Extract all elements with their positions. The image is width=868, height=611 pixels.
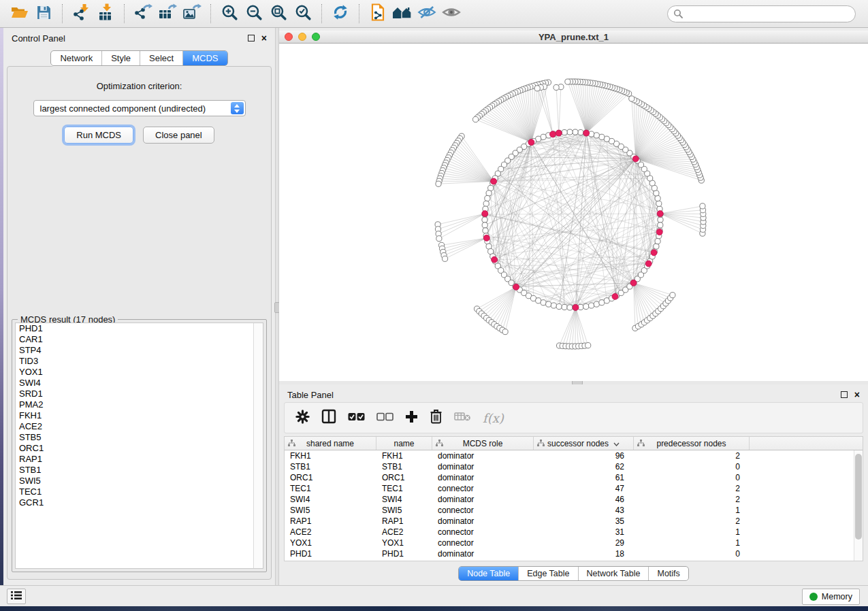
apply-preferred-layout-button[interactable]	[328, 2, 353, 25]
open-session-button[interactable]	[7, 2, 31, 25]
optimization-criterion-select[interactable]: largest connected component (undirected)	[33, 100, 246, 116]
table-row[interactable]: ACE2ACE2connector311	[285, 527, 854, 538]
network-canvas[interactable]	[279, 44, 868, 381]
mcds-result-item[interactable]: SRD1	[16, 389, 263, 399]
table-cell: 2	[634, 483, 750, 494]
toolbar-separator	[124, 4, 125, 23]
mcds-result-item[interactable]: GCR1	[16, 497, 263, 508]
mcds-result-item[interactable]: ACE2	[16, 421, 263, 432]
run-mcds-button[interactable]: Run MCDS	[64, 127, 133, 144]
column-header-name[interactable]: name	[376, 437, 432, 450]
mcds-result-item[interactable]: STP4	[16, 345, 263, 356]
mcds-result-item[interactable]: FKH1	[16, 410, 263, 421]
table-scrollbar[interactable]	[854, 450, 863, 561]
export-image-button[interactable]	[180, 2, 204, 25]
deselect-all-button[interactable]	[376, 412, 393, 424]
table-cell: 31	[534, 527, 634, 538]
float-panel-icon[interactable]	[841, 391, 848, 398]
zoom-in-button[interactable]	[217, 2, 242, 25]
table-scrollbar-thumb[interactable]	[855, 454, 862, 540]
tab-motifs[interactable]: Motifs	[648, 567, 688, 580]
mcds-result-item[interactable]: TID3	[16, 356, 263, 367]
table-cell: RAP1	[285, 516, 376, 527]
mcds-result-item[interactable]: YOX1	[16, 367, 263, 378]
table-row[interactable]: SWI5SWI5connector431	[285, 505, 854, 516]
table-cell: RAP1	[376, 516, 432, 527]
import-network-from-file-button[interactable]	[69, 2, 93, 25]
search-field-wrap	[667, 5, 856, 22]
table-row[interactable]: STB1STB1dominator620	[285, 461, 854, 472]
close-panel-icon[interactable]: ×	[261, 35, 267, 42]
create-column-button[interactable]	[405, 410, 418, 426]
float-panel-icon[interactable]	[248, 35, 255, 42]
mcds-result-item[interactable]: PHD1	[16, 323, 263, 334]
table-cell: 1	[634, 527, 750, 538]
close-panel-icon[interactable]: ×	[854, 391, 860, 398]
table-cell: TEC1	[376, 483, 432, 494]
table-cell: connector	[432, 505, 534, 516]
mcds-result-item[interactable]: SWI4	[16, 378, 263, 389]
delete-columns-button[interactable]	[430, 409, 443, 427]
table-cell: 35	[534, 516, 634, 527]
save-session-button[interactable]	[31, 2, 56, 25]
table-row[interactable]: YOX1YOX1connector291	[285, 538, 854, 548]
tab-network-table[interactable]: Network Table	[578, 567, 649, 580]
task-history-button[interactable]	[7, 589, 26, 604]
delete-table-button[interactable]	[454, 411, 471, 425]
show-network-overview-button[interactable]	[390, 2, 415, 25]
table-cell: 43	[534, 505, 634, 516]
table-cell: connector	[432, 527, 534, 538]
table-cell: 29	[534, 538, 634, 548]
table-cell: 0	[634, 461, 750, 472]
zoom-selected-region-button[interactable]	[291, 2, 315, 25]
table-row[interactable]: ORC1ORC1dominator610	[285, 472, 854, 483]
column-header-shared-name[interactable]: shared name	[285, 437, 376, 450]
column-header-MCDS-role[interactable]: MCDS role	[432, 437, 534, 450]
mcds-result-item[interactable]: SWI5	[16, 476, 263, 486]
hide-graphics-details-button[interactable]	[415, 2, 439, 25]
show-columns-button[interactable]	[321, 409, 336, 427]
search-input[interactable]	[667, 5, 856, 22]
export-table-button[interactable]	[155, 2, 180, 25]
tab-edge-table[interactable]: Edge Table	[518, 567, 577, 580]
import-table-from-file-button[interactable]	[93, 2, 118, 25]
tab-network[interactable]: Network	[51, 51, 101, 65]
mcds-result-item[interactable]: STB1	[16, 465, 263, 476]
select-all-button[interactable]	[348, 412, 365, 424]
mcds-result-item[interactable]: ORC1	[16, 443, 263, 454]
tab-mcds[interactable]: MCDS	[182, 51, 227, 65]
mcds-result-item[interactable]: TEC1	[16, 486, 263, 497]
network-graph[interactable]	[279, 44, 868, 381]
table-row[interactable]: PHD1PHD1dominator180	[285, 548, 854, 559]
table-row[interactable]: FKH1FKH1dominator962	[285, 450, 854, 461]
result-list-scrollbar[interactable]	[253, 323, 263, 568]
table-row[interactable]: SWI4SWI4dominator462	[285, 494, 854, 505]
function-builder-button[interactable]: f(x)	[483, 411, 504, 425]
zoom-fit-content-button[interactable]	[266, 2, 291, 25]
tab-style[interactable]: Style	[101, 51, 140, 65]
table-cell: dominator	[432, 494, 534, 505]
mcds-result-item[interactable]: RAP1	[16, 454, 263, 465]
export-network-button[interactable]	[131, 2, 155, 25]
zoom-out-button[interactable]	[242, 2, 266, 25]
show-graphics-details-button[interactable]	[439, 2, 464, 25]
mcds-buttons-row: Run MCDS Close panel	[7, 127, 271, 144]
zoom-fit-icon	[270, 3, 288, 24]
memory-button[interactable]: Memory	[802, 589, 860, 605]
tab-select[interactable]: Select	[140, 51, 182, 65]
houses-icon	[391, 5, 413, 23]
table-row[interactable]: TEC1TEC1connector472	[285, 483, 854, 494]
toolbar-separator	[210, 4, 211, 23]
table-row[interactable]: RAP1RAP1dominator352	[285, 516, 854, 527]
mcds-result-item[interactable]: CAR1	[16, 334, 263, 345]
column-header-successor-nodes[interactable]: successor nodes	[534, 437, 634, 450]
close-panel-button[interactable]: Close panel	[143, 127, 214, 144]
table-mode-button[interactable]	[295, 410, 310, 427]
table-cell: 0	[634, 548, 750, 559]
mcds-result-item[interactable]: STB5	[16, 432, 263, 443]
column-header-predecessor-nodes[interactable]: predecessor nodes	[634, 437, 750, 450]
tab-node-table[interactable]: Node Table	[459, 567, 518, 580]
table-cell: connector	[432, 483, 534, 494]
mcds-result-item[interactable]: PMA2	[16, 399, 263, 410]
new-network-from-selection-button[interactable]	[366, 2, 390, 25]
